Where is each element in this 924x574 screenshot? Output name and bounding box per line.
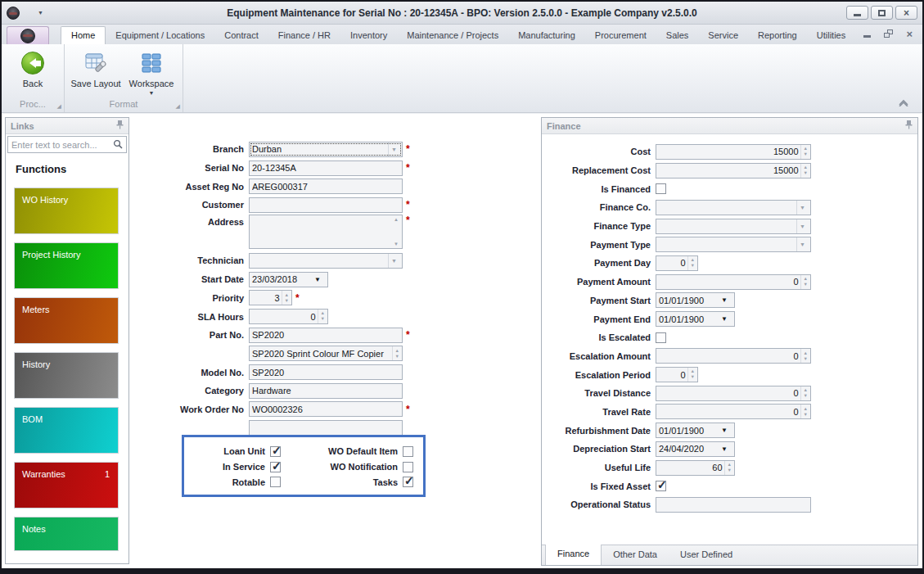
escalation-amount-spinner[interactable]: 0▲▼ [656, 348, 811, 364]
tasks-checkbox[interactable]: ✓ [403, 477, 413, 487]
wo-notification-checkbox[interactable] [403, 462, 413, 472]
pin-icon[interactable] [116, 120, 124, 131]
ribbon-tab-equipment-locations[interactable]: Equipment / Locations [106, 27, 214, 44]
wo-default-item-checkbox[interactable] [403, 446, 413, 457]
search-input[interactable] [11, 140, 113, 150]
tab-finance[interactable]: Finance [545, 545, 602, 565]
field-input[interactable] [249, 420, 403, 436]
close-button[interactable]: × [895, 6, 917, 20]
spin-down-icon[interactable]: ▼ [285, 298, 289, 304]
spin-down-icon[interactable]: ▼ [395, 354, 399, 359]
mdi-close-button[interactable]: × [906, 29, 913, 38]
spin-up-icon[interactable]: ▲ [804, 406, 808, 412]
escalation-period-spinner[interactable]: 0▲▼ [656, 367, 698, 382]
payment-day-spinner[interactable]: 0▲▼ [656, 255, 698, 271]
ribbon-tab-home[interactable]: Home [61, 26, 106, 44]
spin-down-icon[interactable]: ▼ [321, 317, 325, 323]
spin-down-icon[interactable]: ▼ [804, 412, 808, 418]
spinner-arrows-icon[interactable]: ▲▼ [282, 291, 289, 305]
payment-end-date-picker[interactable]: 01/01/1900▼ [656, 311, 735, 327]
loan-unit-checkbox[interactable]: ✓ [270, 446, 281, 457]
mdi-restore-button[interactable] [884, 29, 893, 38]
tab-user-defined[interactable]: User Defined [669, 545, 744, 565]
is-fixed-asset-checkbox[interactable]: ✓ [656, 481, 666, 491]
priority-spinner[interactable]: 3▲▼ [249, 290, 292, 305]
spin-down-icon[interactable]: ▼ [804, 151, 808, 157]
ribbon-tab-sales[interactable]: Sales [656, 27, 699, 44]
ribbon-tab-reporting[interactable]: Reporting [748, 27, 807, 44]
minimize-button[interactable] [846, 6, 868, 20]
sidebar-item-warranties[interactable]: Warranties1 [14, 462, 119, 508]
depreciation-start-date-picker[interactable]: 24/04/2020▼ [656, 441, 735, 457]
spinner-arrows-icon[interactable]: ▲▼ [800, 349, 808, 363]
address-input[interactable]: ▲▼ [249, 215, 403, 249]
spin-up-icon[interactable]: ▲ [285, 292, 289, 298]
travel-rate-spinner[interactable]: 0▲▼ [656, 404, 811, 419]
start-date-date-picker[interactable]: 23/03/2018▼ [249, 272, 328, 287]
technician-combobox[interactable]: ▼ [249, 253, 403, 269]
spinner-arrows-icon[interactable]: ▲▼ [800, 405, 808, 418]
spin-down-icon[interactable]: ▼ [804, 282, 808, 287]
chevron-down-icon[interactable]: ▼ [717, 427, 732, 434]
finance-co-combobox[interactable]: ▼ [656, 200, 811, 215]
chevron-down-icon[interactable]: ▼ [796, 237, 808, 251]
scroll-arrows-icon[interactable]: ▲▼ [393, 215, 399, 248]
ribbon-tab-utilities[interactable]: Utilities [807, 27, 855, 44]
field-input[interactable]: SP2020 Sprint Colour MF Copier▲▼ [249, 346, 403, 361]
sidebar-item-bom[interactable]: BOM [14, 407, 119, 454]
spin-down-icon[interactable]: ▼ [691, 263, 695, 269]
refurbishment-date-date-picker[interactable]: 01/01/1900▼ [656, 423, 735, 438]
quick-access-dropdown-icon[interactable]: ▼ [38, 10, 43, 16]
maximize-button[interactable] [871, 6, 893, 20]
spin-up-icon[interactable]: ▲ [395, 348, 399, 354]
spinner-arrows-icon[interactable]: ▲▼ [800, 145, 808, 159]
operational-status-input[interactable] [656, 497, 811, 513]
customer-input[interactable] [249, 197, 403, 213]
payment-type-combobox[interactable]: ▼ [656, 237, 811, 252]
sidebar-item-notes[interactable]: Notes [14, 517, 119, 551]
application-menu-button[interactable] [7, 26, 49, 44]
chevron-down-icon[interactable]: ▼ [796, 201, 808, 215]
payment-amount-spinner[interactable]: 0▲▼ [656, 274, 811, 290]
back-button[interactable]: Back [7, 47, 59, 98]
scroll-down-icon[interactable]: ▼ [394, 242, 399, 246]
is-financed-checkbox[interactable] [656, 183, 666, 194]
spin-up-icon[interactable]: ▲ [804, 350, 808, 356]
collapse-ribbon-icon[interactable] [898, 95, 909, 110]
model-no-input[interactable]: SP2020 [249, 364, 403, 380]
asset-reg-no-input[interactable]: AREG000317 [249, 179, 403, 194]
ribbon-tab-inventory[interactable]: Inventory [340, 27, 397, 44]
is-escalated-checkbox[interactable] [656, 332, 666, 343]
ribbon-tab-finance-hr[interactable]: Finance / HR [268, 27, 340, 44]
spinner-arrows-icon[interactable]: ▲▼ [687, 256, 695, 270]
spin-up-icon[interactable]: ▲ [728, 462, 732, 468]
part-no-input[interactable]: SP2020 [249, 328, 403, 343]
work-order-no-input[interactable]: WO0002326 [249, 401, 403, 417]
spinner-arrows-icon[interactable]: ▲▼ [724, 461, 732, 475]
rotable-checkbox[interactable] [270, 477, 281, 487]
spin-down-icon[interactable]: ▼ [728, 468, 732, 473]
spin-down-icon[interactable]: ▼ [691, 375, 695, 381]
ribbon-tab-maintenance-projects[interactable]: Maintenance / Projects [397, 27, 508, 44]
workspace-button[interactable]: Workspace▼ [125, 47, 178, 98]
dialog-launcher-icon[interactable]: ◢ [57, 103, 61, 110]
save-layout-button[interactable]: Save Layout [70, 47, 122, 98]
scroll-up-icon[interactable]: ▲ [394, 217, 399, 222]
spin-up-icon[interactable]: ▲ [804, 165, 808, 170]
chevron-down-icon[interactable]: ▼ [796, 219, 808, 233]
spin-down-icon[interactable]: ▼ [804, 393, 808, 399]
sidebar-item-meters[interactable]: Meters [14, 297, 119, 344]
chevron-down-icon[interactable]: ▼ [310, 276, 325, 283]
tab-other-data[interactable]: Other Data [602, 545, 669, 565]
sidebar-item-project-history[interactable]: Project History [14, 242, 119, 289]
useful-life-spinner[interactable]: 60▲▼ [656, 460, 735, 476]
ribbon-tab-manufacturing[interactable]: Manufacturing [508, 27, 585, 44]
travel-distance-spinner[interactable]: 0▲▼ [656, 386, 811, 401]
ribbon-tab-service[interactable]: Service [698, 27, 748, 44]
spinner-arrows-icon[interactable]: ▲▼ [800, 275, 808, 289]
chevron-down-icon[interactable]: ▼ [717, 315, 732, 323]
chevron-down-icon[interactable]: ▼ [717, 296, 732, 304]
search-icon[interactable] [113, 138, 123, 152]
dialog-launcher-icon[interactable]: ◢ [176, 103, 180, 110]
branch-combobox[interactable]: Durban▼ [249, 142, 403, 157]
